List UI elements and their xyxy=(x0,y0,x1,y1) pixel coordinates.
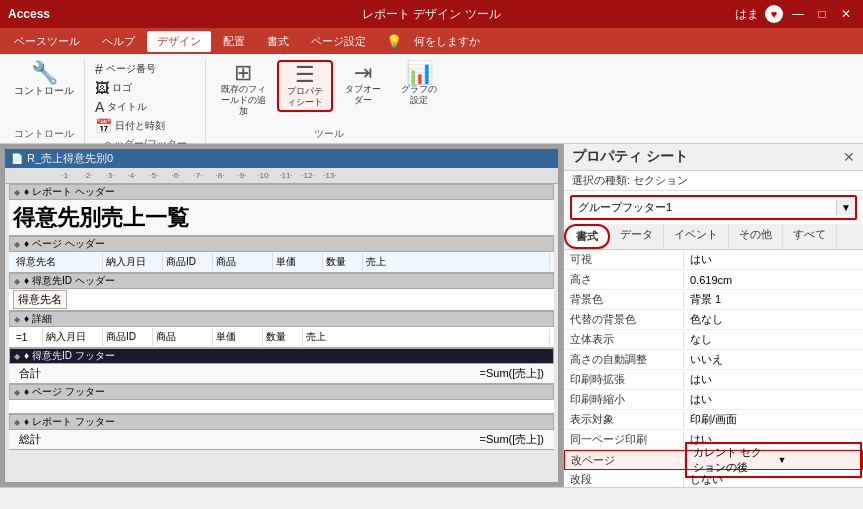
menu-page-setup[interactable]: ページ設定 xyxy=(301,31,376,52)
menu-help[interactable]: ヘルプ xyxy=(92,31,145,52)
tokui-header-label: ♦ 得意先ID ヘッダー xyxy=(24,274,115,288)
tokui-header-content[interactable]: 得意先名 xyxy=(9,289,554,311)
ruler-mark-4: ·4· xyxy=(121,171,143,180)
tokui-header-bar: ◆ ♦ 得意先ID ヘッダー xyxy=(9,273,554,289)
menu-search[interactable]: 何をしますか xyxy=(404,31,490,52)
ps-property-row[interactable]: 印刷時拡張はい xyxy=(564,370,863,390)
app-name: Access xyxy=(8,7,50,21)
report-footer-content[interactable]: 総計 =Sum([売上]) xyxy=(9,430,554,450)
title-button[interactable]: A タイトル xyxy=(92,98,168,116)
menu-format[interactable]: 書式 xyxy=(257,31,299,52)
ruler-mark-9: ·9· xyxy=(231,171,253,180)
col-header-5: 数量 xyxy=(323,253,363,271)
ps-property-value: 印刷/画面 xyxy=(684,411,863,428)
existing-fields-button[interactable]: ⊞ 既存のフィールドの追加 xyxy=(213,60,273,118)
detail-col-4: 単価 xyxy=(213,328,263,346)
property-sheet-button[interactable]: ☰ プロパティシート xyxy=(277,60,333,112)
ps-property-label: 改段 xyxy=(564,471,684,487)
page-num-button[interactable]: # ページ番号 xyxy=(92,60,168,78)
ps-property-row[interactable]: 高さの自動調整いいえ xyxy=(564,350,863,370)
ps-property-value: はい xyxy=(684,391,863,408)
report-window: 📄 R_売上得意先別0 ·1· ·2· ·3· ·4· ·5· ·6· ·7· … xyxy=(4,148,559,483)
tab-order-icon: ⇥ xyxy=(354,62,372,84)
report-footer-bar: ◆ ♦ レポート フッター xyxy=(9,414,554,430)
ps-tabs: 書式 データ イベント その他 すべて xyxy=(564,224,863,250)
ps-property-row[interactable]: 立体表示なし xyxy=(564,330,863,350)
col-header-6: 売上 xyxy=(363,253,550,271)
tab-other[interactable]: その他 xyxy=(729,224,783,249)
ruler-mark-5: ·5· xyxy=(143,171,165,180)
ruler-marks: ·1· ·2· ·3· ·4· ·5· ·6· ·7· ·8· ·9· ·10·… xyxy=(55,171,341,180)
ps-title-bar: プロパティ シート ✕ xyxy=(564,144,863,171)
detail-col-5: 数量 xyxy=(263,328,303,346)
report-header-content[interactable]: 得意先別売上一覧 xyxy=(9,200,554,236)
ps-property-row[interactable]: 高さ0.619cm xyxy=(564,270,863,290)
report-header-arrow: ◆ xyxy=(14,188,20,197)
design-area: 📄 R_売上得意先別0 ·1· ·2· ·3· ·4· ·5· ·6· ·7· … xyxy=(0,144,563,487)
report-window-titlebar: 📄 R_売上得意先別0 xyxy=(5,149,558,168)
ps-property-value: 背景 1 xyxy=(684,291,863,308)
ps-property-label: 改ページ xyxy=(565,452,685,469)
ps-properties-list: 可視はい高さ0.619cm背景色背景 1代替の背景色色なし立体表示なし高さの自動… xyxy=(564,250,863,487)
ps-property-row[interactable]: 改ページカレント セクションの後▼ xyxy=(564,450,863,470)
tab-data[interactable]: データ xyxy=(610,224,664,249)
ps-property-label: 同一ページ印刷 xyxy=(564,431,684,448)
page-footer-content[interactable] xyxy=(9,400,554,414)
ps-property-label: 代替の背景色 xyxy=(564,311,684,328)
maximize-button[interactable]: □ xyxy=(813,5,831,23)
report-footer-total-label: 総計 xyxy=(13,431,47,448)
menu-design[interactable]: デザイン xyxy=(147,31,211,52)
menu-base-tools[interactable]: ベースツール xyxy=(4,31,90,52)
tab-all[interactable]: すべて xyxy=(783,224,837,249)
ps-dropdown-value: グループフッター1 xyxy=(572,197,836,218)
tool-name: レポート デザイン ツール xyxy=(362,7,501,21)
graph-settings-button[interactable]: 📊 グラフの設定 xyxy=(393,60,445,108)
tab-event[interactable]: イベント xyxy=(664,224,729,249)
ps-property-label: 背景色 xyxy=(564,291,684,308)
ps-section-dropdown[interactable]: グループフッター1 ▼ xyxy=(570,195,857,220)
col-header-0: 得意先名 xyxy=(13,253,103,271)
control-button[interactable]: 🔧 コントロール xyxy=(10,60,78,100)
ps-property-value: 色なし xyxy=(684,311,863,328)
report-window-title: R_売上得意先別0 xyxy=(27,151,113,166)
tokui-footer-sum: =Sum([売上]) xyxy=(474,365,550,382)
ps-property-row[interactable]: 印刷時縮小はい xyxy=(564,390,863,410)
tab-order-button[interactable]: ⇥ タブオーダー xyxy=(337,60,389,108)
report-footer-sum: =Sum([売上]) xyxy=(474,431,550,448)
ps-property-value: はい xyxy=(684,251,863,268)
ruler-mark-2: ·2· xyxy=(77,171,99,180)
datetime-button[interactable]: 📅 日付と時刻 xyxy=(92,117,168,135)
col-header-3: 商品 xyxy=(213,253,273,271)
ps-dropdown-arrow[interactable]: ▼ xyxy=(836,200,855,215)
heart-icon: ♥ xyxy=(765,5,783,23)
graph-icon: 📊 xyxy=(406,62,433,84)
minimize-button[interactable]: — xyxy=(789,5,807,23)
main-area: 📄 R_売上得意先別0 ·1· ·2· ·3· ·4· ·5· ·6· ·7· … xyxy=(0,144,863,487)
ps-property-row[interactable]: 背景色背景 1 xyxy=(564,290,863,310)
title-icon: A xyxy=(95,99,104,115)
ps-title: プロパティ シート xyxy=(572,148,688,166)
tokui-footer-content[interactable]: 合計 =Sum([売上]) xyxy=(9,364,554,384)
tab-format[interactable]: 書式 xyxy=(564,224,610,249)
ps-property-row[interactable]: 改段しない xyxy=(564,470,863,487)
detail-content[interactable]: =1 納入月日 商品ID 商品 単価 数量 売上 xyxy=(9,327,554,348)
ps-property-row[interactable]: 表示対象印刷/画面 xyxy=(564,410,863,430)
ps-property-row[interactable]: 可視はい xyxy=(564,250,863,270)
ps-close-button[interactable]: ✕ xyxy=(843,149,855,165)
ps-property-label: 印刷時縮小 xyxy=(564,391,684,408)
ps-property-row[interactable]: 代替の背景色色なし xyxy=(564,310,863,330)
menu-layout[interactable]: 配置 xyxy=(213,31,255,52)
ruler: ·1· ·2· ·3· ·4· ·5· ·6· ·7· ·8· ·9· ·10·… xyxy=(5,168,558,184)
page-header-content[interactable]: 得意先名 納入月日 商品ID 商品 単価 数量 売上 xyxy=(9,252,554,273)
tokui-header-field: 得意先名 xyxy=(13,290,67,309)
page-footer-bar: ◆ ♦ ページ フッター xyxy=(9,384,554,400)
logo-button[interactable]: 🖼 ロゴ xyxy=(92,79,168,97)
logo-icon: 🖼 xyxy=(95,80,109,96)
ruler-mark-7: ·7· xyxy=(187,171,209,180)
page-header-label: ♦ ページ ヘッダー xyxy=(24,237,105,251)
ps-property-dropdown-arrow[interactable]: ▼ xyxy=(775,455,859,465)
col-header-2: 商品ID xyxy=(163,253,213,271)
tokui-footer-label: ♦ 得意先ID フッター xyxy=(24,349,115,363)
close-button[interactable]: ✕ xyxy=(837,5,855,23)
detail-col-6: 売上 xyxy=(303,328,550,346)
